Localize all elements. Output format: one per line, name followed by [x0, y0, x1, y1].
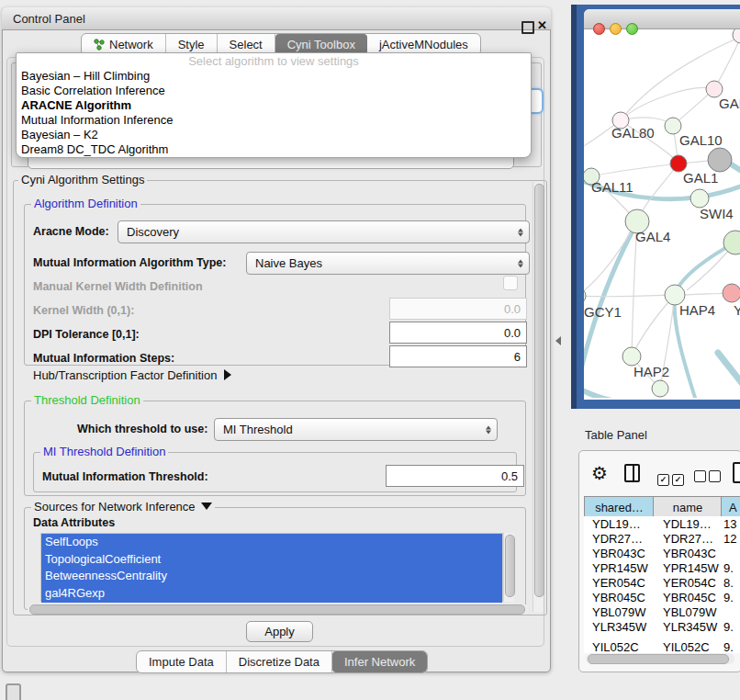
settings-hscrollbar-thumb[interactable] [29, 604, 525, 615]
list-item[interactable]: BetweennessCentrality [41, 568, 502, 585]
network-node-swi4[interactable] [690, 189, 709, 208]
table-row: YPR145W [592, 561, 648, 575]
mi-threshold-label: Mutual Information Threshold: [42, 470, 208, 483]
combo-stepper-icon [518, 259, 523, 267]
table-row: YLR345W [592, 620, 646, 634]
apply-button[interactable]: Apply [246, 621, 313, 642]
aracne-mode-label: Aracne Mode: [33, 225, 109, 238]
column-header-shared[interactable]: shared… [584, 496, 654, 518]
algorithm-option[interactable]: Bayesian – Hill Climbing [17, 69, 531, 84]
close-icon[interactable]: ✕ [537, 18, 547, 32]
float-window-icon[interactable] [521, 21, 534, 34]
manual-kernel-checkbox[interactable] [503, 276, 518, 290]
list-item[interactable]: SelfLoops [41, 534, 502, 551]
threshold-title: Threshold Definition [31, 394, 143, 407]
node-label: GAL80 [611, 125, 655, 141]
network-node[interactable] [733, 29, 740, 43]
attributes-vscrollbar[interactable] [503, 533, 514, 602]
table-row: YBR045C [663, 591, 716, 604]
mi-threshold-title: MI Threshold Definition [40, 446, 168, 458]
which-threshold-combo[interactable]: MI Threshold [214, 418, 498, 441]
table-row: YBR043C [592, 547, 645, 560]
cyni-settings-title: Cyni Algorithm Settings [18, 174, 147, 186]
mi-steps-field[interactable]: 6 [389, 345, 527, 367]
settings-vscrollbar-thumb[interactable] [534, 184, 544, 597]
network-node[interactable] [708, 148, 732, 172]
control-panel-titlebar[interactable]: Control Panel ✕ [2, 7, 551, 30]
data-attributes-label: Data Attributes [33, 516, 115, 529]
network-window-titlebar[interactable] [584, 9, 740, 29]
network-canvas[interactable]: GAL GAL80 GAL10 GAL1 GAL11 SWI4 GAL4 GCY… [584, 29, 740, 398]
mi-steps-label: Mutual Information Steps: [33, 352, 174, 365]
table-row: 9. [723, 620, 734, 634]
algorithm-option[interactable]: Basic Correlation Inference [17, 84, 531, 98]
network-node-hap2[interactable] [622, 347, 641, 366]
column-header-name[interactable]: name [653, 496, 722, 518]
tab-discretize-data[interactable]: Discretize Data [227, 651, 332, 672]
minimized-panel-icon[interactable] [6, 683, 21, 700]
table-hscrollbar[interactable] [586, 653, 734, 664]
network-window-frame-edge [571, 5, 577, 409]
which-threshold-label: Which threshold to use: [77, 423, 207, 435]
data-attributes-list: SelfLoops TopologicalCoefficient Between… [40, 533, 503, 602]
table-row: YBR043C [663, 547, 716, 560]
node-label: GAL4 [635, 229, 670, 244]
network-icon [94, 39, 105, 51]
attributes-vscrollbar-thumb[interactable] [505, 535, 515, 597]
list-item[interactable]: TopologicalCoefficient [41, 551, 502, 569]
screenshot-root: Control Panel ✕ Network Style Select Cyn… [0, 0, 740, 700]
table-row: 9. [723, 591, 734, 604]
network-node[interactable] [723, 231, 740, 254]
select-all-columns-icon[interactable]: ✓✓ [657, 469, 687, 486]
table-row: YIL052C [663, 640, 710, 653]
algorithm-definition-title: Algorithm Definition [31, 198, 140, 210]
deselect-all-columns-icon[interactable] [694, 469, 723, 486]
new-table-icon[interactable] [733, 462, 740, 483]
table-row: YER054C [663, 576, 716, 590]
gear-icon[interactable]: ⚙ [591, 462, 608, 484]
algorithm-option[interactable]: Dream8 DC_TDC Algorithm [17, 142, 531, 157]
table-hscrollbar-thumb[interactable] [588, 654, 729, 664]
table-row: YDL19… [663, 517, 712, 531]
network-node[interactable] [723, 284, 740, 302]
table-row: YER054C [592, 576, 645, 590]
mi-threshold-field[interactable]: 0.5 [386, 465, 524, 487]
sources-title[interactable]: Sources for Network Inference [31, 501, 215, 514]
tab-impute-data[interactable]: Impute Data [137, 651, 227, 672]
table-row: YBL079W [663, 605, 717, 619]
table-row: YDR27… [663, 532, 713, 546]
node-label: SWI4 [700, 206, 734, 221]
tab-infer-network[interactable]: Infer Network [332, 651, 427, 672]
algorithm-option-selected[interactable]: ARACNE Algorithm [17, 98, 531, 113]
collapse-down-icon[interactable] [201, 502, 212, 510]
table-row: 8. [723, 576, 734, 590]
kernel-width-label: Kernel Width (0,1): [33, 304, 134, 317]
table-row: YDR27… [592, 532, 643, 546]
table-row: YBL079W [592, 605, 646, 619]
combo-stepper-icon [486, 425, 491, 434]
hub-definition-expander[interactable]: Hub/Transcription Factor Definition [33, 368, 231, 382]
settings-hscrollbar[interactable] [28, 604, 528, 614]
table-row: 12 [723, 532, 736, 546]
aracne-mode-combo[interactable]: Discovery [118, 220, 530, 243]
manual-kernel-label: Manual Kernel Width Definition [33, 280, 203, 293]
network-node[interactable] [652, 380, 668, 397]
cyni-bottom-tabbar: Impute Data Discretize Data Infer Networ… [136, 650, 428, 673]
node-label: GAL11 [591, 179, 633, 195]
table-row: 9. [723, 561, 734, 575]
node-label: HAP2 [633, 364, 669, 379]
column-header-partial[interactable]: A [721, 496, 740, 518]
table-row: 13 [723, 517, 736, 531]
split-table-icon[interactable] [624, 464, 640, 482]
algorithm-option[interactable]: Mutual Information Inference [17, 113, 531, 128]
dpi-tolerance-field[interactable]: 0.0 [389, 322, 527, 344]
splitpane-collapse-icon[interactable] [555, 336, 561, 345]
algorithm-option[interactable]: Bayesian – K2 [17, 128, 531, 142]
settings-vscrollbar[interactable] [533, 182, 544, 612]
table-row: 9. [723, 640, 734, 653]
expand-right-icon[interactable] [224, 369, 231, 380]
list-item[interactable]: gal4RGexp [41, 585, 502, 603]
kernel-width-field[interactable]: 0.0 [389, 298, 527, 320]
algorithm-dropdown-popup: Select algorithm to view settings Bayesi… [16, 52, 532, 158]
mi-type-combo[interactable]: Naive Bayes [246, 252, 530, 275]
